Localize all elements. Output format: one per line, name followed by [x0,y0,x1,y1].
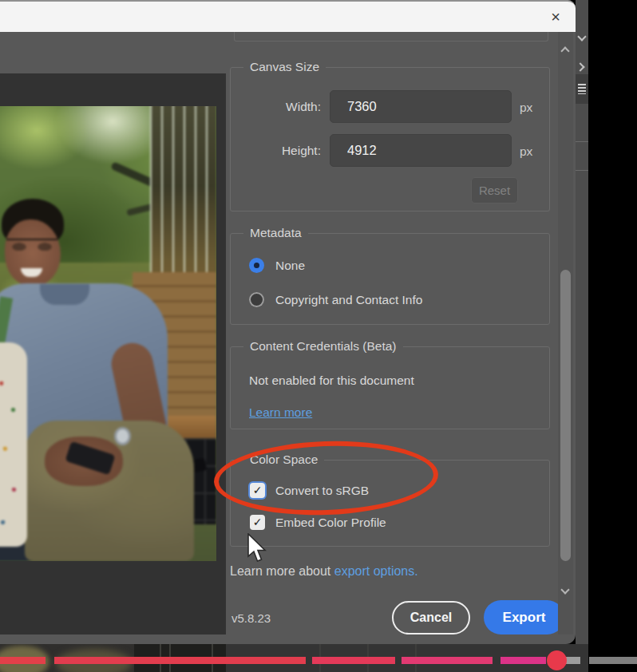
learn-more-line: Learn more about export options. [230,564,418,579]
height-unit: px [520,144,532,159]
dialog-scrollbar[interactable] [558,32,573,634]
export-as-dialog: × [0,0,576,644]
photo-art [0,106,216,561]
mouse-cursor [247,533,267,563]
dialog-titlebar: × [0,0,576,32]
close-icon[interactable]: × [546,6,565,27]
background-panel-strip [576,0,588,644]
radio-metadata-copyright[interactable] [249,292,264,307]
panel-divider [576,141,588,142]
height-label: Height: [231,144,321,158]
panel-divider [576,170,588,171]
photo-shirt-collar [40,284,89,305]
convert-to-srgb-label: Convert to sRGB [275,484,369,498]
color-space-legend: Color Space [243,453,324,467]
content-credentials-status: Not enabled for this document [249,374,414,388]
export-options-link[interactable]: export options. [334,564,418,578]
content-credentials-group: Content Credentials (Beta) Not enabled f… [230,346,550,429]
screen: × [0,0,637,672]
width-unit: px [520,101,532,115]
player-progress-segment [54,657,306,664]
chevron-down-icon[interactable] [577,32,586,41]
player-progress-segment [402,657,493,664]
content-credentials-legend: Content Credentials (Beta) [243,339,403,354]
player-progress-segment [312,657,395,664]
scroll-down-icon[interactable] [560,585,569,594]
player-playhead[interactable] [547,650,567,670]
menu-icon [578,84,586,94]
radio-metadata-none[interactable] [249,258,264,273]
player-progress-segment [0,657,46,664]
metadata-group: Metadata None Copyright and Contact Info [230,233,550,325]
width-input[interactable] [330,90,512,123]
learn-more-prefix: Learn more about [230,564,334,578]
canvas-size-legend: Canvas Size [243,60,326,74]
photo-wrist-watch [114,427,131,445]
embed-color-profile-checkbox[interactable] [250,515,265,530]
export-button[interactable]: Export [484,600,564,634]
cancel-button[interactable]: Cancel [392,601,470,634]
preview-mat [0,73,226,634]
radio-copyright-label: Copyright and Contact Info [275,293,422,307]
width-label: Width: [231,100,321,114]
photo-preview [0,106,216,561]
reset-button[interactable]: Reset [471,177,518,204]
learn-more-link[interactable]: Learn more [249,405,312,420]
photo-person-glasses [6,239,57,252]
scroll-up-icon[interactable] [560,46,569,55]
player-progress-segment [589,657,637,664]
scrollbar-thumb[interactable] [560,270,571,561]
canvas-size-group: Canvas Size Width: px Height: px Reset [230,67,550,211]
panel-tab[interactable] [576,74,588,104]
convert-to-srgb-checkbox[interactable] [250,483,265,498]
radio-none-label: None [275,259,305,273]
player-progress-segment [500,657,546,664]
color-space-group: Color Space Convert to sRGB Embed Color … [230,460,550,547]
player-progress-segment [565,657,580,664]
embed-color-profile-label: Embed Color Profile [275,516,386,530]
photo-floral-dress [0,342,27,547]
player-progress-bar[interactable] [0,657,637,664]
panel-expand-icon[interactable] [576,62,584,71]
metadata-legend: Metadata [243,226,308,240]
height-input[interactable] [330,134,512,167]
version-label: v5.8.23 [231,611,271,625]
